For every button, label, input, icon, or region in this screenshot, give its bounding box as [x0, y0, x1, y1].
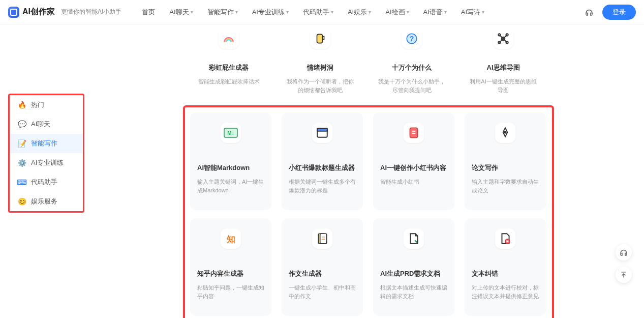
header-right: 登录 [584, 5, 636, 20]
card-xhs-title[interactable]: 小红书爆款标题生成器 根据关键词一键生成多个有爆款潜力的标题 [282, 112, 363, 210]
nav-code[interactable]: 代码助手▾ [303, 8, 333, 17]
card-prd[interactable]: AI生成PRD需求文档 根据文本描述生成可快速编辑的需求文档 [373, 218, 454, 316]
chevron-down-icon: ▾ [191, 9, 193, 15]
svg-rect-0 [317, 34, 323, 43]
logo-icon [8, 7, 19, 18]
chevron-down-icon: ▾ [235, 9, 238, 15]
chevron-down-icon: ▾ [482, 9, 484, 15]
card-essay[interactable]: 作文生成器 一键生成小学生、初中和高中的作文 [282, 218, 363, 316]
card-tree[interactable]: 情绪树洞 我将作为一个倾听者，把你的烦恼都告诉我吧 [280, 28, 361, 101]
mindmap-icon [493, 28, 513, 49]
prd-icon [404, 228, 424, 249]
tagline: 更懂你的智能AI小助手 [61, 8, 121, 16]
sidebar-item-write[interactable]: 📝智能写作 [10, 134, 83, 153]
card-desc: 智能生成小红书 [380, 178, 419, 186]
support-icon[interactable] [584, 7, 594, 17]
card-title: AI思维导图 [470, 63, 537, 72]
svg-point-13 [504, 131, 506, 133]
sidebar-item-code[interactable]: ⌨代码助手 [10, 172, 83, 192]
fire-icon: 🔥 [18, 101, 26, 109]
card-desc: 一键生成小学生、初中和高中的作文 [289, 283, 356, 300]
card-xhs-content[interactable]: AI一键创作小红书内容 智能生成小红书 [373, 112, 454, 210]
float-support-button[interactable] [616, 244, 632, 261]
card-desc: 我将作为一个倾听者，把你的烦恼都告诉我吧 [287, 77, 354, 94]
chevron-down-icon: ▾ [286, 9, 289, 15]
card-desc: 我是十万个为什么小助手，尽管向我提问吧 [378, 77, 445, 94]
card-markdown[interactable]: M↓ AI智能Markdown 输入主题关键词，AI一键生成Markdown [190, 112, 271, 210]
svg-rect-11 [317, 128, 327, 131]
card-title: 论文写作 [472, 163, 498, 172]
sidebar-item-chat[interactable]: 💬AI聊天 [10, 114, 83, 134]
rainbow-icon [219, 28, 239, 49]
card-title: AI智能Markdown [197, 163, 250, 172]
card-correct[interactable]: 文本纠错 对上传的文本进行校对，标注错误文本并提供修正意见 [465, 218, 546, 316]
train-icon: ⚙️ [18, 159, 26, 167]
nav-poem[interactable]: AI写诗▾ [461, 8, 484, 17]
logo-text: AI创作家 [22, 7, 55, 17]
card-desc: 根据关键词一键生成多个有爆款潜力的标题 [289, 178, 356, 194]
card-mindmap[interactable]: AI思维导图 利用AI一键生成完整的思维导图 [463, 28, 544, 101]
svg-rect-12 [410, 128, 417, 138]
nav-voice[interactable]: AI语音▾ [423, 8, 447, 17]
card-desc: 粘贴知乎问题，一键生成知乎内容 [197, 283, 264, 300]
write-icon: 📝 [18, 139, 26, 148]
sidebar-item-train[interactable]: ⚙️AI专业训练 [10, 153, 83, 172]
chevron-down-icon: ▾ [369, 9, 371, 15]
card-rainbow[interactable]: 彩虹屁生成器 智能生成彩虹屁吹捧话术 [188, 28, 269, 101]
ent-icon: 😊 [18, 197, 26, 206]
pen-icon [495, 123, 515, 143]
chevron-down-icon: ▾ [331, 9, 333, 15]
code-icon: ⌨ [18, 178, 26, 186]
card-title: 知乎内容生成器 [197, 269, 243, 278]
main-content: 彩虹屁生成器 智能生成彩虹屁吹捧话术 情绪树洞 我将作为一个倾听者，把你的烦恼都… [112, 24, 644, 318]
card-title: 文本纠错 [472, 269, 498, 278]
card-title: 情绪树洞 [287, 63, 354, 72]
nav-aichat[interactable]: AI聊天▾ [169, 8, 193, 17]
chat-icon: 💬 [18, 120, 26, 128]
nav-home[interactable]: 首页 [142, 8, 155, 17]
card-desc: 输入主题关键词，AI一键生成Markdown [197, 178, 264, 194]
correct-icon [495, 228, 515, 249]
window-icon [312, 123, 332, 143]
card-desc: 对上传的文本进行校对，标注错误文本并提供修正意见 [472, 283, 539, 300]
card-title: AI一键创作小红书内容 [380, 163, 446, 172]
nav-paint[interactable]: AI绘画▾ [385, 8, 409, 17]
sidebar-item-ent[interactable]: 😊娱乐服务 [10, 192, 83, 211]
nav-ent[interactable]: AI娱乐▾ [348, 8, 371, 17]
nav-train[interactable]: AI专业训练▾ [252, 8, 289, 17]
zhihu-icon: 知 [221, 228, 241, 249]
cup-icon [310, 28, 330, 49]
logo[interactable]: AI创作家 [8, 7, 55, 18]
card-desc: 智能生成彩虹屁吹捧话术 [195, 77, 262, 86]
note-icon [404, 123, 424, 143]
chevron-down-icon: ▾ [407, 9, 409, 15]
chevron-down-icon: ▾ [444, 9, 447, 15]
doc-icon [312, 228, 332, 249]
card-title: 彩虹屁生成器 [195, 63, 262, 72]
card-desc: 根据文本描述生成可快速编辑的需求文档 [380, 283, 447, 300]
card-title: 小红书爆款标题生成器 [289, 163, 355, 172]
markdown-icon: M↓ [221, 123, 241, 143]
svg-text:M↓: M↓ [227, 130, 234, 136]
nav-write[interactable]: 智能写作▾ [207, 8, 238, 17]
card-zhihu[interactable]: 知 知乎内容生成器 粘贴知乎问题，一键生成知乎内容 [190, 218, 271, 316]
sidebar: 🔥热门 💬AI聊天 📝智能写作 ⚙️AI专业训练 ⌨代码助手 😊娱乐服务 [0, 24, 112, 318]
svg-text:?: ? [410, 35, 414, 43]
sidebar-item-hot[interactable]: 🔥热门 [10, 95, 83, 114]
card-title: 作文生成器 [289, 269, 322, 278]
svg-rect-16 [320, 234, 327, 244]
svg-text:知: 知 [226, 234, 235, 244]
card-title: 十万个为什么 [378, 63, 445, 72]
float-buttons [616, 244, 632, 283]
card-paper[interactable]: 论文写作 输入主题和字数要求自动生成论文 [465, 112, 546, 210]
float-top-button[interactable] [616, 267, 632, 283]
card-desc: 输入主题和字数要求自动生成论文 [472, 178, 539, 194]
card-desc: 利用AI一键生成完整的思维导图 [470, 77, 537, 94]
login-button[interactable]: 登录 [602, 5, 636, 20]
card-why[interactable]: ? 十万个为什么 我是十万个为什么小助手，尽管向我提问吧 [371, 28, 452, 101]
question-icon: ? [402, 28, 422, 49]
card-title: AI生成PRD需求文档 [380, 269, 440, 278]
header: AI创作家 更懂你的智能AI小助手 首页 AI聊天▾ 智能写作▾ AI专业训练▾… [0, 0, 644, 24]
top-nav: 首页 AI聊天▾ 智能写作▾ AI专业训练▾ 代码助手▾ AI娱乐▾ AI绘画▾… [142, 8, 484, 17]
